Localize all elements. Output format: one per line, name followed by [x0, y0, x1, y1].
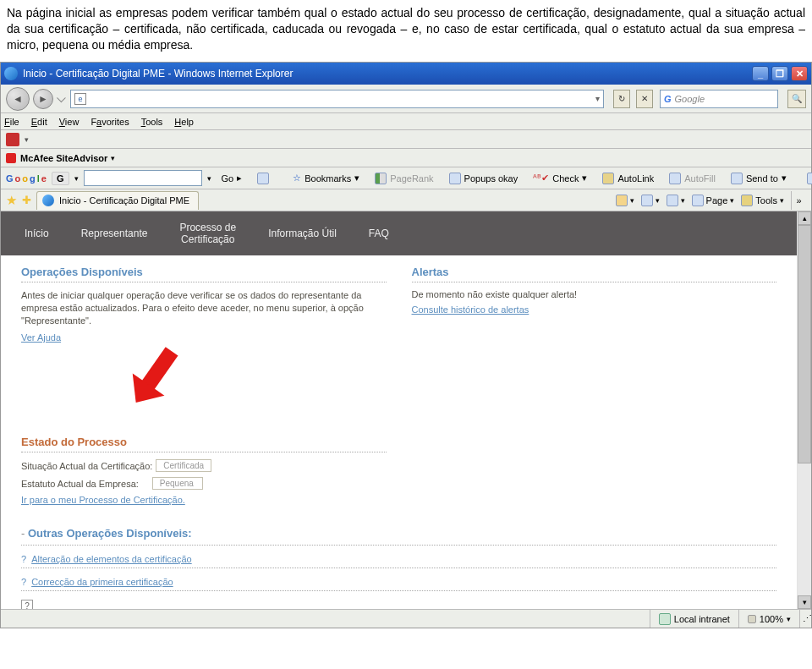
- estado-go-link[interactable]: Ir para o meu Processo de Certificação.: [21, 495, 185, 505]
- page-menu-button[interactable]: Page ▾: [692, 195, 735, 206]
- sendto-icon: [731, 173, 743, 184]
- other-op1-link[interactable]: Alteração de elementos da certificação: [31, 554, 192, 564]
- feeds-icon: [641, 195, 653, 206]
- scroll-up-button[interactable]: ▴: [798, 211, 811, 225]
- tab-current[interactable]: Inicio - Certificação Digital PME: [36, 191, 199, 210]
- menu-help[interactable]: Help: [174, 117, 194, 127]
- google-sendto-button[interactable]: Send to▾: [726, 170, 792, 187]
- tools-menu-button[interactable]: Tools ▾: [741, 195, 784, 206]
- google-go-button[interactable]: Go ▸: [217, 170, 248, 186]
- col-alerts: Alertas De momento não existe qualquer a…: [412, 266, 777, 505]
- status-zone-label: Local intranet: [674, 614, 730, 624]
- window-controls: _ ❐ ✕: [752, 66, 808, 81]
- nav-faq[interactable]: FAQ: [354, 222, 404, 244]
- scroll-thumb[interactable]: [798, 225, 811, 463]
- page-description: Na página inicial as empresas podem veri…: [0, 0, 812, 62]
- help-square-button[interactable]: ?: [21, 600, 33, 609]
- address-dropdown-icon[interactable]: ▾: [595, 94, 600, 103]
- menu-file[interactable]: FFileile: [4, 117, 19, 127]
- mcafee-icon: [6, 153, 16, 163]
- google-g-button[interactable]: G: [52, 172, 69, 185]
- nav-toolbar: ◄ ► e ▾ ↻ ✕ G Google 🔍: [1, 85, 811, 113]
- mcafee-bar: McAfee SiteAdvisor ▾: [1, 149, 811, 167]
- nav-processo-l1: Processo de: [179, 222, 236, 233]
- google-brand: Google: [6, 173, 47, 184]
- google-g-dropdown[interactable]: ▾: [74, 174, 79, 183]
- alerts-history-link[interactable]: Consulte histórico de alertas: [412, 304, 529, 315]
- close-button[interactable]: ✕: [791, 66, 808, 81]
- menu-tools[interactable]: Tools: [141, 117, 163, 127]
- white-area: Operações Disponíveis Antes de iniciar q…: [1, 255, 797, 609]
- toolbar-overflow[interactable]: »: [791, 191, 806, 210]
- nav-history-dropdown[interactable]: [57, 92, 66, 101]
- est-value: Pequena: [152, 477, 203, 490]
- page-icon: e: [74, 93, 86, 105]
- content-shell: Início Representante Processo de Certifi…: [1, 211, 811, 609]
- google-popups-button[interactable]: Popups okay: [444, 170, 524, 187]
- menu-view[interactable]: View: [59, 117, 80, 127]
- red-arrow-annotation: [21, 351, 387, 410]
- google-check-button[interactable]: ᴬᴮ✔ Check▾: [528, 170, 592, 186]
- est-label: Estatuto Actual da Empresa:: [21, 479, 139, 489]
- back-button[interactable]: ◄: [6, 87, 30, 111]
- google-search-dropdown[interactable]: ▾: [207, 174, 211, 183]
- title-bar: Inicio - Certificação Digital PME - Wind…: [1, 63, 811, 85]
- q-icon: ?: [21, 554, 26, 564]
- estado-est-row: Estatuto Actual da Empresa: Pequena: [21, 477, 387, 490]
- other-op2-link[interactable]: Correcção da primeira certificação: [31, 577, 173, 587]
- feeds-button[interactable]: ▾: [641, 195, 660, 206]
- page-icon: [692, 195, 704, 206]
- status-zoom[interactable]: 100% ▾: [738, 610, 799, 628]
- search-go-button[interactable]: 🔍: [787, 90, 806, 108]
- nav-info[interactable]: Informação Útil: [253, 222, 352, 244]
- intranet-icon: [659, 613, 671, 625]
- status-resize-grip[interactable]: ⋰: [799, 610, 811, 628]
- tools-icon: [741, 195, 753, 206]
- refresh-button[interactable]: ↻: [613, 90, 630, 108]
- google-autofill-button[interactable]: AutoFill: [664, 170, 721, 187]
- forward-button[interactable]: ►: [33, 89, 53, 109]
- google-pagerank[interactable]: PageRank: [370, 170, 438, 187]
- minimize-button[interactable]: _: [752, 66, 769, 81]
- alerts-body: De momento não existe qualquer alerta!: [412, 289, 777, 299]
- favorites-star-icon[interactable]: ★: [6, 193, 17, 208]
- search-placeholder: Google: [675, 94, 705, 104]
- stop-button[interactable]: ✕: [636, 90, 653, 108]
- menu-edit[interactable]: Edit: [31, 117, 47, 127]
- google-g-icon: G: [664, 94, 672, 104]
- home-icon: [616, 195, 628, 206]
- google-bookmarks-button[interactable]: ☆ Bookmarks▾: [288, 170, 365, 186]
- print-button[interactable]: ▾: [667, 195, 685, 206]
- news-icon: [257, 173, 269, 184]
- ie-icon: [4, 67, 18, 80]
- mcafee-dropdown-icon[interactable]: ▾: [111, 154, 115, 162]
- scroll-down-button[interactable]: ▾: [798, 595, 811, 609]
- google-search-input[interactable]: [84, 170, 202, 186]
- status-zone: Local intranet: [650, 610, 738, 628]
- ops-title: Operações Disponíveis: [21, 266, 387, 278]
- home-button[interactable]: ▾: [616, 195, 634, 206]
- pdf-icon[interactable]: [6, 133, 19, 146]
- autolink-icon: [602, 173, 614, 184]
- print-icon: [667, 195, 678, 206]
- google-toolbar: Google G▾ ▾ Go ▸ ☆ Bookmarks▾ PageRank P…: [1, 167, 811, 189]
- google-autolink-button[interactable]: AutoLink: [597, 170, 659, 187]
- nav-processo-l2: Certificação: [179, 233, 236, 245]
- address-input[interactable]: [90, 92, 595, 106]
- search-box[interactable]: G Google: [660, 90, 778, 108]
- pdf-dropdown[interactable]: ▾: [25, 135, 29, 144]
- add-favorite-icon[interactable]: ✚: [22, 194, 31, 206]
- scrollbar[interactable]: ▴ ▾: [798, 211, 811, 609]
- nav-representante[interactable]: Representante: [66, 222, 163, 244]
- address-bar[interactable]: e ▾: [70, 90, 604, 108]
- nav-processo[interactable]: Processo de Certificação: [164, 217, 251, 250]
- ops-help-link[interactable]: Ver Ajuda: [21, 332, 61, 343]
- mcafee-label[interactable]: McAfee SiteAdvisor: [20, 153, 107, 163]
- google-settings-button[interactable]: Settings▾: [802, 170, 812, 187]
- alerts-title: Alertas: [412, 266, 777, 278]
- maximize-button[interactable]: ❐: [771, 66, 788, 81]
- nav-inicio[interactable]: Início: [9, 222, 64, 244]
- google-news-button[interactable]: [252, 170, 274, 187]
- sit-label: Situação Actual da Certificação:: [21, 461, 152, 471]
- menu-favorites[interactable]: Favorites: [91, 117, 129, 127]
